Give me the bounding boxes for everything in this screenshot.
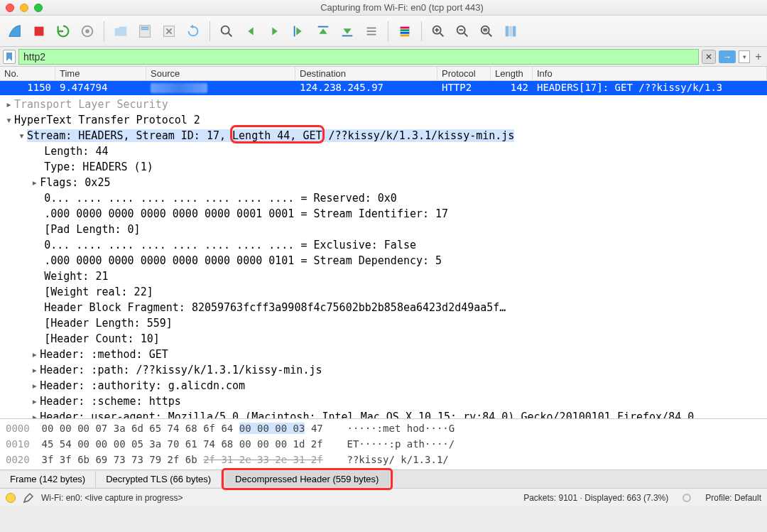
capture-status: Wi-Fi: en0: <live capture in progress> xyxy=(41,493,183,503)
traffic-lights xyxy=(6,4,43,12)
svg-rect-14 xyxy=(401,26,410,28)
bookmark-icon[interactable] xyxy=(3,50,16,64)
close-file-button[interactable] xyxy=(158,21,180,42)
resize-columns-button[interactable] xyxy=(500,21,521,42)
profile-label[interactable]: Profile: Default xyxy=(705,493,761,503)
svg-point-7 xyxy=(222,26,229,33)
tree-weight[interactable]: Weight: 21 xyxy=(0,268,767,284)
toolbar xyxy=(0,16,767,47)
shark-fin-icon[interactable] xyxy=(4,21,26,42)
col-header-protocol[interactable]: Protocol xyxy=(437,67,491,80)
tree-flags[interactable]: ▸Flags: 0x25 xyxy=(0,175,767,190)
autoscroll-button[interactable] xyxy=(361,21,382,42)
expert-info-icon[interactable] xyxy=(6,493,16,503)
tree-hlen[interactable]: [Header Length: 559] xyxy=(0,315,767,331)
tree-padlen[interactable]: [Pad Length: 0] xyxy=(0,222,767,237)
red-annotation-tab: Decompressed Header (559 bytes) xyxy=(222,468,393,490)
cell-protocol: HTTP2 xyxy=(437,81,491,95)
svg-rect-9 xyxy=(318,26,329,27)
window-title: Capturing from Wi-Fi: en0 (tcp port 443) xyxy=(43,2,761,13)
tree-stream[interactable]: ▾Stream: HEADERS, Stream ID: 17, Length … xyxy=(0,128,767,143)
goto-bottom-button[interactable] xyxy=(337,21,358,42)
cell-length: 142 xyxy=(491,81,533,95)
packet-details-pane[interactable]: ▸Transport Layer Security ▾HyperText Tra… xyxy=(0,95,767,419)
tab-decompressed-header[interactable]: Decompressed Header (559 bytes) xyxy=(225,471,389,487)
svg-rect-0 xyxy=(35,26,44,36)
tree-h-auth[interactable]: ▸Header: :authority: g.alicdn.com xyxy=(0,378,767,393)
hex-row-2[interactable]: 0020 3f 3f 6b 69 73 73 79 2f 6b 2f 31 2e… xyxy=(6,452,761,467)
maximize-icon[interactable] xyxy=(34,4,43,12)
next-packet-button[interactable] xyxy=(264,21,285,42)
zoom-reset-button[interactable] xyxy=(476,21,497,42)
tree-h-ua[interactable]: ▸Header: user-agent: Mozilla/5.0 (Macint… xyxy=(0,409,767,419)
tree-h-scheme[interactable]: ▸Header: :scheme: https xyxy=(0,393,767,409)
cell-time: 9.474794 xyxy=(55,81,146,95)
save-file-button[interactable] xyxy=(134,21,156,42)
colorize-button[interactable] xyxy=(394,21,415,42)
status-bar: Wi-Fi: en0: <live capture in progress> P… xyxy=(0,489,767,506)
hex-row-0[interactable]: 0000 00 00 00 07 3a 6d 65 74 68 6f 64 00… xyxy=(6,420,761,436)
goto-top-button[interactable] xyxy=(312,21,334,42)
packet-list-header: No. Time Source Destination Protocol Len… xyxy=(0,67,767,81)
goto-packet-button[interactable] xyxy=(288,21,310,42)
filter-history-dropdown[interactable]: ▾ xyxy=(739,50,750,63)
options-button[interactable] xyxy=(77,21,98,42)
status-circle-icon xyxy=(682,494,691,502)
col-header-info[interactable]: Info xyxy=(533,67,767,80)
col-header-length[interactable]: Length xyxy=(491,67,533,80)
edit-icon[interactable] xyxy=(23,492,34,504)
tab-frame[interactable]: Frame (142 bytes) xyxy=(0,471,96,487)
col-header-source[interactable]: Source xyxy=(146,67,295,80)
close-icon[interactable] xyxy=(6,4,14,12)
svg-rect-5 xyxy=(141,28,149,30)
tree-http2[interactable]: ▾HyperText Transfer Protocol 2 xyxy=(0,112,767,128)
tree-h-method[interactable]: ▸Header: :method: GET xyxy=(0,347,767,362)
svg-rect-17 xyxy=(401,34,410,36)
svg-rect-11 xyxy=(367,27,376,28)
cell-source xyxy=(146,81,295,95)
hex-tabs: Frame (142 bytes) Decrypted TLS (66 byte… xyxy=(0,470,767,489)
cell-no: 1150 xyxy=(0,81,55,95)
col-header-no[interactable]: No. xyxy=(0,67,55,80)
filter-input[interactable] xyxy=(18,49,699,65)
tree-weightreal[interactable]: [Weight real: 22] xyxy=(0,284,767,300)
minimize-icon[interactable] xyxy=(20,4,28,12)
red-annotation-box xyxy=(230,125,325,143)
svg-rect-10 xyxy=(342,35,353,36)
tree-tls[interactable]: ▸Transport Layer Security xyxy=(0,97,767,112)
tree-hblock[interactable]: Header Block Fragment: 82059763fcff3a990… xyxy=(0,300,767,315)
svg-rect-15 xyxy=(401,29,410,31)
tree-reserved[interactable]: 0... .... .... .... .... .... .... .... … xyxy=(0,190,767,206)
apply-filter-button[interactable]: → xyxy=(719,50,736,63)
stop-capture-button[interactable] xyxy=(28,21,50,42)
tree-exclusive[interactable]: 0... .... .... .... .... .... .... .... … xyxy=(0,237,767,253)
tab-tls[interactable]: Decrypted TLS (66 bytes) xyxy=(96,471,222,487)
cell-info: HEADERS[17]: GET /??kissy/k/1.3 xyxy=(533,81,767,95)
tree-hcount[interactable]: [Header Count: 10] xyxy=(0,331,767,347)
tree-length[interactable]: Length: 44 xyxy=(0,143,767,159)
packet-row[interactable]: 1150 9.474794 124.238.245.97 HTTP2 142 H… xyxy=(0,81,767,95)
zoom-in-button[interactable] xyxy=(428,21,449,42)
add-filter-button[interactable]: + xyxy=(753,51,764,63)
zoom-out-button[interactable] xyxy=(452,21,473,42)
tree-streamdep[interactable]: .000 0000 0000 0000 0000 0000 0000 0101 … xyxy=(0,253,767,268)
open-file-button[interactable] xyxy=(110,21,131,42)
tree-h-path[interactable]: ▸Header: :path: /??kissy/k/1.3.1/kissy-m… xyxy=(0,362,767,378)
clear-filter-button[interactable]: ✕ xyxy=(702,50,716,64)
reload-button[interactable] xyxy=(183,21,204,42)
svg-rect-4 xyxy=(141,26,149,28)
tree-type[interactable]: Type: HEADERS (1) xyxy=(0,159,767,175)
col-header-destination[interactable]: Destination xyxy=(295,67,437,80)
find-button[interactable] xyxy=(216,21,237,42)
hex-row-1[interactable]: 0010 45 54 00 00 00 05 3a 70 61 74 68 00… xyxy=(6,436,761,452)
restart-capture-button[interactable] xyxy=(53,21,74,42)
svg-rect-12 xyxy=(367,31,376,32)
filter-bar: ✕ → ▾ + xyxy=(0,47,767,67)
tree-streamid[interactable]: .000 0000 0000 0000 0000 0000 0001 0001 … xyxy=(0,206,767,222)
hex-pane[interactable]: 0000 00 00 00 07 3a 6d 65 74 68 6f 64 00… xyxy=(0,419,767,470)
svg-point-2 xyxy=(85,29,89,33)
svg-rect-16 xyxy=(401,31,410,33)
prev-packet-button[interactable] xyxy=(240,21,261,42)
col-header-time[interactable]: Time xyxy=(55,67,146,80)
svg-rect-8 xyxy=(294,26,295,36)
